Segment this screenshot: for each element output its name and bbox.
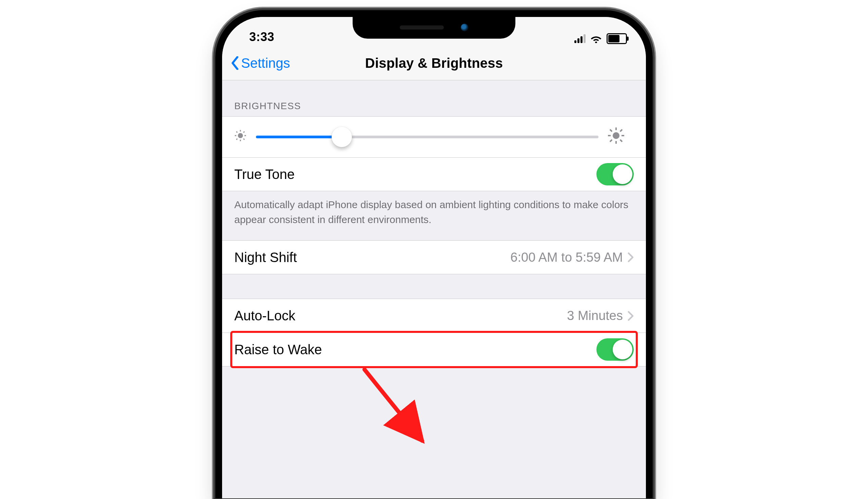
brightness-slider-fill: [256, 136, 342, 138]
sun-min-icon: [234, 130, 246, 144]
night-shift-value: 6:00 AM to 5:59 AM: [510, 250, 634, 265]
wifi-icon: [590, 34, 602, 43]
toggle-knob: [613, 340, 632, 359]
phone-screen-clip: 3:33: [222, 17, 646, 498]
speaker-grille: [400, 25, 444, 29]
chevron-right-icon: [627, 311, 634, 321]
night-shift-row[interactable]: Night Shift 6:00 AM to 5:59 AM: [222, 240, 646, 274]
status-time: 3:33: [249, 30, 274, 44]
raise-to-wake-row: Raise to Wake: [222, 332, 646, 366]
notch: [353, 17, 515, 39]
night-shift-label: Night Shift: [234, 250, 297, 265]
back-button[interactable]: Settings: [222, 56, 290, 71]
svg-line-7: [236, 139, 237, 140]
battery-icon: [607, 33, 627, 44]
brightness-slider-knob[interactable]: [332, 127, 352, 147]
raise-to-wake-label: Raise to Wake: [234, 342, 322, 357]
auto-lock-value: 3 Minutes: [567, 308, 634, 323]
back-label: Settings: [241, 56, 290, 71]
stage: 3:33: [0, 0, 868, 499]
night-shift-value-text: 6:00 AM to 5:59 AM: [510, 250, 623, 265]
auto-lock-value-text: 3 Minutes: [567, 308, 623, 323]
svg-point-0: [238, 133, 243, 138]
svg-point-9: [613, 132, 620, 139]
phone-frame: 3:33: [215, 10, 653, 498]
nav-bar: Settings Display & Brightness: [222, 46, 646, 80]
true-tone-footer: Automatically adapt iPhone display based…: [222, 191, 646, 240]
true-tone-label: True Tone: [234, 167, 295, 182]
auto-lock-row[interactable]: Auto-Lock 3 Minutes: [222, 299, 646, 332]
page-title: Display & Brightness: [365, 56, 503, 71]
sun-max-icon: [608, 127, 624, 146]
brightness-slider[interactable]: [256, 136, 598, 138]
brightness-slider-row: [222, 116, 646, 157]
svg-line-5: [236, 132, 237, 133]
status-indicators: [574, 33, 627, 44]
true-tone-toggle[interactable]: [596, 163, 634, 185]
svg-line-15: [620, 140, 622, 142]
raise-to-wake-toggle[interactable]: [596, 338, 634, 361]
section-header-brightness: Brightness: [222, 80, 646, 116]
toggle-knob: [613, 165, 632, 184]
svg-line-16: [610, 140, 612, 142]
true-tone-row: True Tone: [222, 157, 646, 191]
screen: 3:33: [222, 17, 646, 498]
svg-line-8: [243, 132, 244, 133]
front-camera-icon: [461, 24, 468, 31]
chevron-right-icon: [627, 252, 634, 263]
svg-line-14: [610, 130, 612, 132]
svg-line-17: [620, 130, 622, 132]
cellular-signal-icon: [574, 34, 586, 43]
svg-line-6: [243, 139, 244, 140]
chevron-left-icon: [230, 56, 240, 71]
auto-lock-label: Auto-Lock: [234, 308, 295, 324]
